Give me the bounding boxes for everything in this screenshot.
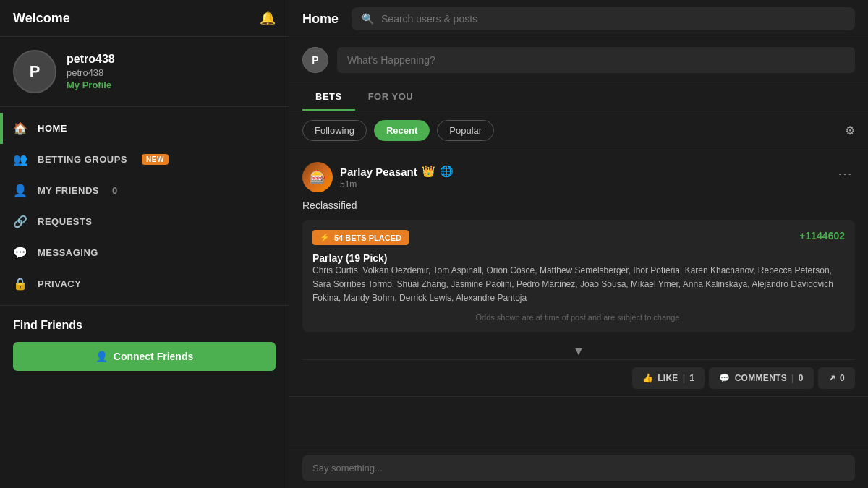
bet-odds: +1144602 [799,230,845,241]
requests-icon: 🔗 [13,215,27,228]
profile-handle: petro438 [67,67,115,78]
filter-recent[interactable]: Recent [374,120,430,141]
main-content: Home 🔍 P BETS FOR YOU Following Recent P… [289,0,868,488]
search-bar: 🔍 [352,7,855,30]
tabs-row: BETS FOR YOU [289,82,868,111]
post: 🎰 Parlay Peasant 👑 🌐 51m ⋯ Reclassified [289,150,868,397]
like-count: 1 [689,373,694,383]
sidebar-header: Welcome 🔔 [0,0,289,37]
tab-bets[interactable]: BETS [302,82,355,111]
search-icon: 🔍 [362,13,374,25]
post-time: 51m [340,179,454,189]
connect-label: Connect Friends [114,351,193,362]
connect-icon: 👤 [95,351,108,362]
comments-button[interactable]: 💬 COMMENTS | 0 [709,367,813,389]
globe-emoji: 🌐 [440,165,454,178]
share-icon: ↗ [828,373,835,383]
post-header: 🎰 Parlay Peasant 👑 🌐 51m ⋯ [302,162,855,192]
crown-emoji: 👑 [422,165,435,178]
bell-icon[interactable]: 🔔 [260,10,276,26]
profile-info: petro438 petro438 My Profile [67,53,115,90]
home-icon: 🏠 [13,121,27,135]
feed: 🎰 Parlay Peasant 👑 🌐 51m ⋯ Reclassified [289,150,868,448]
filter-popular[interactable]: Popular [437,120,494,141]
privacy-icon: 🔒 [13,277,27,291]
betting-groups-icon: 👥 [13,153,27,166]
friends-count: 0 [112,185,118,196]
sidebar-item-home[interactable]: 🏠 HOME [0,113,289,144]
comment-input-row [289,448,868,488]
post-text: Reclassified [302,200,855,211]
share-button[interactable]: ↗ 0 [818,367,855,389]
sidebar-item-messaging[interactable]: 💬 MESSAGING [0,237,289,268]
filter-row: Following Recent Popular ⚙ [289,111,868,150]
composer-input[interactable] [337,47,855,73]
my-profile-link[interactable]: My Profile [67,80,115,90]
bet-disclaimer: Odds shown are at time of post and are s… [312,313,845,322]
messaging-icon: 💬 [13,246,27,260]
sidebar-item-requests[interactable]: 🔗 REQUESTS [0,206,289,237]
sidebar: Welcome 🔔 P petro438 petro438 My Profile… [0,0,289,488]
post-user: 🎰 Parlay Peasant 👑 🌐 51m [302,162,454,192]
find-friends-title: Find Friends [13,319,276,332]
post-username: Parlay Peasant 👑 🌐 [340,165,454,178]
sidebar-item-messaging-label: MESSAGING [38,247,98,258]
expand-arrow[interactable]: ▼ [302,341,855,359]
main-header: Home 🔍 [289,0,868,38]
sidebar-item-privacy[interactable]: 🔒 PRIVACY [0,268,289,299]
sidebar-nav: 🏠 HOME 👥 BETTING GROUPS NEW 👤 MY FRIENDS… [0,107,289,306]
comment-icon: 💬 [719,373,730,383]
find-friends-section: Find Friends 👤 Connect Friends [0,306,289,384]
main-title: Home [302,12,339,27]
sidebar-item-requests-label: REQUESTS [38,216,93,227]
filter-following[interactable]: Following [302,120,367,141]
search-input[interactable] [381,13,845,25]
bet-picks: Chris Curtis, Volkan Oezdemir, Tom Aspin… [312,264,845,306]
connect-friends-button[interactable]: 👤 Connect Friends [13,342,276,371]
bets-placed-badge: ⚡ 54 BETS PLACED [312,230,409,245]
tab-for-you[interactable]: FOR YOU [355,82,427,111]
sidebar-item-my-friends[interactable]: 👤 MY FRIENDS 0 [0,175,289,206]
sidebar-item-privacy-label: PRIVACY [38,278,81,289]
bet-title: Parlay (19 Pick) [312,252,845,264]
post-menu-button[interactable]: ⋯ [835,162,855,185]
sidebar-item-my-friends-label: MY FRIENDS [38,185,99,196]
sidebar-item-betting-groups-label: BETTING GROUPS [38,154,127,165]
filter-settings-icon[interactable]: ⚙ [845,124,855,137]
lightning-icon: ⚡ [320,233,330,242]
post-avatar: 🎰 [302,162,333,192]
like-button[interactable]: 👍 LIKE | 1 [632,367,705,389]
share-count: 0 [840,373,845,383]
post-actions: 👍 LIKE | 1 💬 COMMENTS | 0 ↗ 0 [302,359,855,396]
sidebar-profile: P petro438 petro438 My Profile [0,37,289,107]
profile-username: petro438 [67,53,115,66]
comments-count: 0 [799,373,804,383]
avatar: P [13,50,56,93]
sidebar-item-home-label: HOME [38,123,67,134]
post-user-info: Parlay Peasant 👑 🌐 51m [340,165,454,189]
new-badge: NEW [142,154,169,165]
bet-card: ⚡ 54 BETS PLACED +1144602 Parlay (19 Pic… [302,220,855,332]
thumbs-up-icon: 👍 [642,373,653,383]
comment-input[interactable] [302,455,855,481]
composer-row: P [289,38,868,82]
sidebar-item-betting-groups[interactable]: 👥 BETTING GROUPS NEW [0,144,289,175]
friends-icon: 👤 [13,184,27,197]
sidebar-title: Welcome [13,11,70,26]
composer-avatar: P [302,47,328,73]
